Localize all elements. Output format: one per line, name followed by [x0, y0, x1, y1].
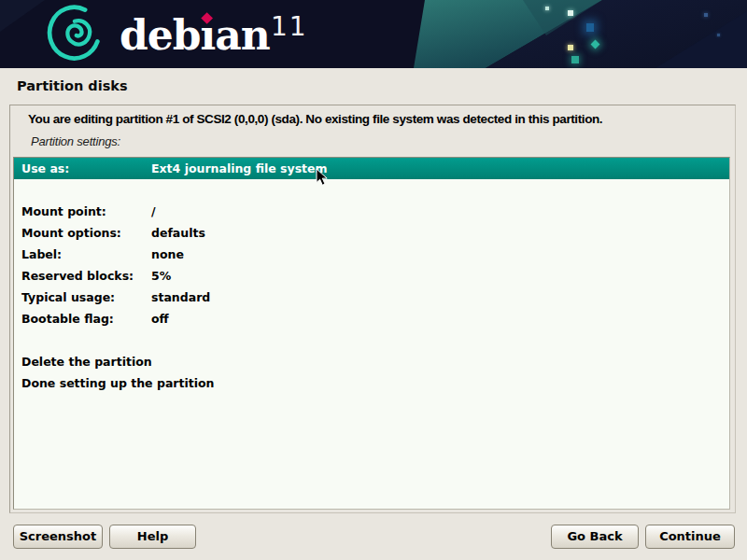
row-value: / — [151, 204, 156, 218]
row-value: Ext4 journaling file system — [151, 161, 328, 175]
go-back-button[interactable]: Go Back — [551, 525, 639, 549]
spark-blue — [586, 23, 594, 32]
spark-white-small — [545, 7, 549, 10]
screenshot-button[interactable]: Screenshot — [13, 525, 103, 549]
row-value: defaults — [151, 226, 205, 240]
debian-swirl-icon — [41, 3, 103, 64]
spark-navy-1 — [704, 13, 708, 17]
row-label: Delete the partition — [21, 351, 152, 372]
list-row-empty-2 — [14, 329, 729, 351]
spark-yellow — [568, 45, 573, 50]
row-label: Done setting up the partition — [21, 372, 215, 394]
installer-window: debıan 11 Partition disks You are editin… — [0, 0, 747, 560]
info-message: You are editing partition #1 of SCSI2 (0… — [28, 112, 602, 126]
row-label: Label: — [21, 244, 151, 265]
row-value: off — [151, 312, 169, 326]
brand-logotype: debıan — [120, 7, 270, 63]
row-value: none — [151, 247, 184, 261]
list-row-delete-partition[interactable]: Delete the partition — [14, 351, 729, 372]
arrow-pointer-icon — [316, 168, 329, 187]
row-value: 5% — [151, 269, 171, 283]
continue-button[interactable]: Continue — [645, 525, 735, 549]
brand-prefix: deb — [120, 11, 201, 59]
help-button[interactable]: Help — [109, 525, 196, 549]
spark-white — [568, 10, 573, 16]
list-row-typical-usage[interactable]: Typical usage:standard — [14, 287, 729, 308]
spark-teal — [571, 56, 579, 63]
list-row-label[interactable]: Label:none — [14, 244, 729, 265]
list-row-use-as[interactable]: Use as:Ext4 journaling file system — [14, 158, 729, 179]
row-label: Reserved blocks: — [21, 265, 151, 287]
row-value: standard — [151, 290, 210, 304]
content-frame: You are editing partition #1 of SCSI2 (0… — [9, 105, 736, 513]
brand-suffix: an — [215, 11, 270, 59]
list-row-done-setting-up[interactable]: Done setting up the partition — [14, 372, 729, 394]
row-label: Typical usage: — [21, 287, 151, 308]
version-number: 11 — [271, 11, 308, 42]
brand-dotless-i: ı — [201, 11, 216, 59]
row-label: Bootable flag: — [21, 308, 151, 329]
list-row-mount-options[interactable]: Mount options:defaults — [14, 222, 729, 244]
spark-navy-2 — [717, 34, 720, 36]
row-label: Mount point: — [21, 201, 151, 222]
partition-settings-label: Partition settings: — [31, 134, 120, 148]
header-banner: debıan 11 — [0, 0, 747, 68]
partition-settings-list: Use as:Ext4 journaling file system Mount… — [13, 157, 730, 510]
header-artwork — [0, 0, 747, 68]
page-title: Partition disks — [17, 78, 128, 93]
list-row-bootable-flag[interactable]: Bootable flag:off — [14, 308, 729, 329]
list-row-mount-point[interactable]: Mount point:/ — [14, 201, 729, 222]
row-label: Mount options: — [21, 222, 151, 244]
list-row-reserved-blocks[interactable]: Reserved blocks:5% — [14, 265, 729, 287]
row-label: Use as: — [21, 158, 151, 179]
list-row-empty-1 — [14, 179, 729, 201]
